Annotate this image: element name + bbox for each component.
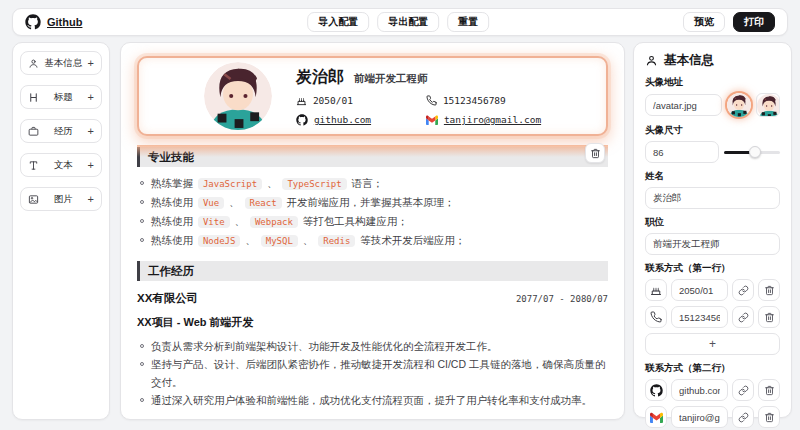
- contact-value-input[interactable]: [671, 406, 728, 428]
- avatar-size-input[interactable]: [645, 141, 719, 163]
- preview-button[interactable]: 预览: [683, 12, 725, 32]
- contact-link-button[interactable]: [732, 306, 754, 328]
- delete-section-button[interactable]: [585, 143, 605, 163]
- contact-edit-row: [645, 279, 780, 301]
- sidebar-item-image[interactable]: 图片 +: [20, 187, 102, 211]
- skill-code-tag: MySQL: [261, 235, 298, 247]
- sidebar-item-experience[interactable]: 经历 +: [20, 119, 102, 143]
- contact-icon-picker[interactable]: [645, 379, 667, 401]
- user-icon: [645, 54, 658, 67]
- contact-link-button[interactable]: [732, 379, 754, 401]
- skill-code-tag: Redis: [318, 235, 355, 247]
- bullet-dot: [140, 219, 144, 223]
- trash-icon: [764, 312, 775, 323]
- contact-delete-button[interactable]: [758, 306, 780, 328]
- section-header-work[interactable]: 工作经历: [137, 261, 608, 281]
- skill-text: 熟练使用: [151, 215, 196, 227]
- contact-value-input[interactable]: [671, 279, 728, 301]
- skill-text: 熟练掌握: [151, 177, 196, 189]
- avatar-url-input[interactable]: [645, 94, 722, 116]
- brand-link[interactable]: Github: [47, 16, 82, 28]
- avatar-size-slider[interactable]: [724, 146, 780, 158]
- work-bullet: 负责从需求分析到前端架构设计、功能开发及性能优化的全流程开发工作。: [140, 337, 608, 355]
- work-bullets: 负责从需求分析到前端架构设计、功能开发及性能优化的全流程开发工作。 坚持与产品、…: [140, 337, 608, 409]
- add-module-icon: +: [88, 125, 94, 137]
- export-config-button[interactable]: 导出配置: [377, 12, 439, 32]
- contact-row1-label: 联系方式（第一行）: [645, 262, 780, 275]
- gmail-icon: [650, 412, 663, 423]
- basic-info-edit-panel: 基本信息 头像地址 头像尺寸 姓名 职位 联系方式（第一行）: [633, 42, 792, 418]
- skill-code-tag: TypeScript: [282, 178, 346, 190]
- link-icon: [738, 285, 749, 296]
- contact-delete-button[interactable]: [758, 379, 780, 401]
- contact-delete-button[interactable]: [758, 279, 780, 301]
- bullet-dot: [140, 238, 144, 242]
- name-input[interactable]: [645, 187, 780, 209]
- skill-code-tag: JavaScript: [198, 178, 262, 190]
- contact-delete-button[interactable]: [758, 406, 780, 428]
- contact-value-input[interactable]: [671, 306, 728, 328]
- sidebar-item-label: 基本信息: [44, 57, 83, 70]
- work-bullet: 坚持与产品、设计、后端团队紧密协作，推动敏捷开发流程和 CI/CD 工具链的落地…: [140, 355, 608, 391]
- sidebar-item-basic-info[interactable]: 基本信息 +: [20, 51, 102, 75]
- title-label: 职位: [645, 216, 780, 229]
- contact-email[interactable]: tanjiro@gmail.com: [426, 114, 541, 126]
- contact-phone: 15123456789: [426, 95, 541, 106]
- brand[interactable]: Github: [25, 14, 82, 30]
- skill-text: 、: [232, 215, 248, 227]
- contact-value-input[interactable]: [671, 379, 728, 401]
- title-input[interactable]: [645, 233, 780, 255]
- trash-icon: [590, 148, 601, 159]
- phone-icon: [650, 311, 662, 323]
- image-icon: [28, 194, 39, 205]
- avatar: [204, 62, 272, 130]
- bullet-dot: [140, 344, 144, 348]
- contact-edit-row: [645, 306, 780, 328]
- contact-icon-picker[interactable]: [645, 279, 667, 301]
- work-period: 2077/07 - 2080/07: [516, 294, 608, 304]
- sidebar-item-text[interactable]: 文本 +: [20, 153, 102, 177]
- sidebar-item-heading[interactable]: 标题 +: [20, 85, 102, 109]
- resume-preview: 炭治郎 前端开发工程师 2050/01 15123456789 github.c…: [120, 42, 625, 420]
- add-module-icon: +: [88, 91, 94, 103]
- bullet-dot: [140, 200, 144, 204]
- module-sidebar: 基本信息 + 标题 + 经历 + 文本 + 图片 +: [12, 42, 110, 420]
- bullet-dot: [140, 362, 144, 366]
- project-title: XX项目 - Web 前端开发: [137, 315, 608, 330]
- contact-icon-picker[interactable]: [645, 306, 667, 328]
- trash-icon: [764, 385, 775, 396]
- cake-icon: [296, 95, 307, 106]
- avatar-size-label: 头像尺寸: [645, 124, 780, 137]
- trash-icon: [764, 412, 775, 423]
- contact-icon-picker[interactable]: [645, 406, 667, 428]
- resume-name: 炭治郎: [296, 67, 344, 88]
- avatar-option[interactable]: [756, 93, 780, 117]
- gmail-icon: [426, 115, 438, 125]
- skill-bullet: 熟练使用 Vue 、 React 开发前端应用，并掌握其基本原理；: [140, 193, 608, 212]
- top-toolbar: Github 导入配置 导出配置 重置 预览 打印: [12, 8, 788, 36]
- print-button[interactable]: 打印: [733, 12, 775, 32]
- skill-code-tag: NodeJS: [198, 235, 241, 247]
- skill-bullet: 熟练使用 NodeJS 、 MySQL 、 Redis 等技术开发后端应用；: [140, 231, 608, 250]
- contact-link-button[interactable]: [732, 279, 754, 301]
- skills-list: 熟练掌握 JavaScript 、 TypeScript 语言； 熟练使用 Vu…: [140, 174, 608, 250]
- contact-github[interactable]: github.com: [296, 114, 426, 126]
- avatar-option-selected[interactable]: [727, 93, 751, 117]
- github-icon: [296, 114, 308, 126]
- trash-icon: [764, 285, 775, 296]
- add-module-icon: +: [88, 57, 94, 69]
- link-icon: [738, 312, 749, 323]
- add-contact-button-row1[interactable]: +: [645, 333, 780, 355]
- contact-row2-label: 联系方式（第二行）: [645, 362, 780, 375]
- resume-basic-info-block[interactable]: 炭治郎 前端开发工程师 2050/01 15123456789 github.c…: [137, 56, 608, 136]
- import-config-button[interactable]: 导入配置: [307, 12, 369, 32]
- add-module-icon: +: [88, 193, 94, 205]
- link-icon: [738, 412, 749, 423]
- skill-bullet: 熟练使用 Vite 、 Webpack 等打包工具构建应用；: [140, 212, 608, 231]
- sidebar-item-label: 文本: [44, 159, 83, 172]
- contact-link-button[interactable]: [732, 406, 754, 428]
- panel-title: 基本信息: [664, 52, 714, 69]
- reset-button[interactable]: 重置: [447, 12, 489, 32]
- slider-thumb[interactable]: [749, 146, 761, 158]
- section-header-skills[interactable]: 专业技能: [137, 147, 608, 167]
